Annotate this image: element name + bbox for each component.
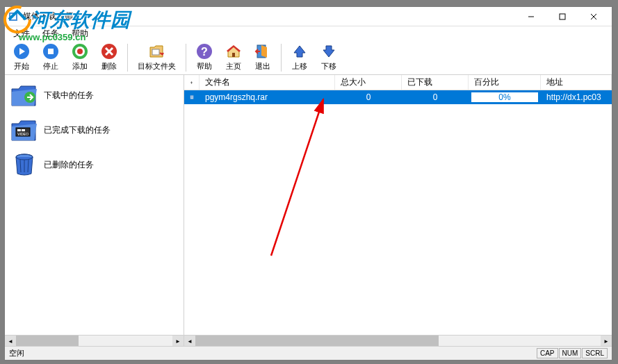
main-horizontal-scrollbar[interactable]: ◄ ►	[184, 335, 612, 346]
list-body: pgym4rgszhq.rar 0 0 0% http://dx1.pc03	[184, 90, 612, 335]
menu-task[interactable]: 任务	[37, 26, 65, 41]
window-title: 媒体下载大师	[23, 10, 515, 22]
content-area: 下载中的任务 VIDEO 已完成下载的任务 已删除的任务 ◄ ►	[5, 75, 612, 346]
minimize-button[interactable]	[515, 7, 546, 26]
sidebar-label: 已删除的任务	[44, 159, 94, 171]
exit-icon	[254, 43, 271, 60]
row-icon-cell	[184, 91, 200, 104]
svg-point-12	[77, 49, 83, 54]
delete-button[interactable]: 删除	[95, 42, 123, 73]
column-filename[interactable]: 文件名	[200, 75, 335, 90]
stop-icon	[42, 43, 59, 60]
start-button[interactable]: 开始	[8, 42, 35, 73]
arrow-up-icon	[291, 43, 308, 60]
add-icon	[72, 43, 88, 60]
sidebar-item-downloading[interactable]: 下载中的任务	[8, 78, 181, 113]
sidebar-item-completed[interactable]: VIDEO 已完成下载的任务	[8, 113, 181, 147]
pin-column[interactable]	[184, 75, 200, 90]
cell-address: http://dx1.pc03	[541, 91, 612, 104]
column-downloaded[interactable]: 已下载	[402, 75, 469, 90]
status-num: NUM	[559, 348, 582, 358]
stop-button[interactable]: 停止	[37, 42, 65, 73]
progress-bar: 0%	[471, 92, 539, 103]
target-folder-button[interactable]: 目标文件夹	[132, 42, 181, 73]
toolbar-separator	[186, 44, 186, 72]
help-button[interactable]: ? 帮助	[190, 42, 218, 73]
trash-icon	[10, 151, 38, 178]
maximize-button[interactable]	[546, 7, 578, 26]
svg-rect-31	[190, 95, 193, 99]
column-percent[interactable]: 百分比	[469, 75, 541, 90]
svg-rect-23	[17, 129, 21, 131]
statusbar: 空闲 CAP NUM SCRL	[5, 346, 612, 360]
scroll-thumb[interactable]	[16, 336, 79, 346]
play-icon	[13, 43, 30, 60]
home-button[interactable]: 主页	[220, 42, 247, 73]
status-scrl: SCRL	[582, 348, 608, 358]
column-address[interactable]: 地址	[541, 75, 612, 90]
toolbar: 开始 停止 添加 删除 目标文件夹 ? 帮助 主页 退出	[5, 40, 612, 75]
sidebar: 下载中的任务 VIDEO 已完成下载的任务 已删除的任务 ◄ ►	[5, 75, 184, 346]
help-icon: ?	[196, 43, 213, 60]
scroll-right-arrow[interactable]: ►	[172, 336, 184, 346]
exit-button[interactable]: 退出	[249, 42, 277, 73]
move-down-button[interactable]: 下移	[315, 42, 343, 73]
toolbar-separator	[281, 44, 282, 72]
cell-filename: pgym4rgszhq.rar	[200, 91, 335, 104]
menu-file[interactable]: 文件	[8, 26, 35, 41]
scroll-right-arrow[interactable]: ►	[601, 336, 612, 346]
move-up-button[interactable]: 上移	[286, 42, 314, 73]
sidebar-item-deleted[interactable]: 已删除的任务	[8, 147, 181, 182]
scroll-left-arrow[interactable]: ◄	[5, 336, 16, 346]
svg-rect-2	[10, 14, 16, 19]
delete-icon	[101, 43, 117, 60]
main-panel: 文件名 总大小 已下载 百分比 地址 pgym4rgszhq.rar 0 0 0…	[184, 75, 612, 346]
menu-help[interactable]: 帮助	[66, 26, 94, 41]
home-icon	[225, 43, 242, 60]
svg-rect-4	[560, 14, 565, 19]
close-button[interactable]	[578, 7, 609, 26]
svg-text:?: ?	[201, 46, 208, 58]
add-button[interactable]: 添加	[66, 42, 94, 73]
scroll-left-arrow[interactable]: ◄	[184, 336, 195, 346]
svg-rect-24	[22, 129, 25, 131]
list-header: 文件名 总大小 已下载 百分比 地址	[184, 75, 612, 90]
pin-icon	[190, 78, 193, 87]
downloading-folder-icon	[10, 82, 38, 108]
svg-rect-16	[152, 49, 159, 55]
sidebar-horizontal-scrollbar[interactable]: ◄ ►	[5, 335, 184, 346]
sidebar-label: 下载中的任务	[44, 90, 94, 101]
cell-downloaded: 0	[402, 91, 469, 104]
svg-text:VIDEO: VIDEO	[17, 132, 29, 136]
sidebar-label: 已完成下载的任务	[44, 124, 111, 136]
completed-folder-icon: VIDEO	[10, 117, 38, 143]
column-totalsize[interactable]: 总大小	[335, 75, 402, 90]
status-cap: CAP	[537, 348, 558, 358]
svg-rect-9	[48, 49, 54, 54]
arrow-down-icon	[320, 43, 337, 60]
cell-percent-wrapper: 0%	[469, 90, 541, 104]
app-window: 媒体下载大师 文件 任务 帮助 开始 停止 添加 删除	[4, 6, 612, 361]
file-icon	[190, 92, 194, 102]
toolbar-separator	[127, 44, 128, 72]
folder-icon	[149, 43, 165, 60]
table-row[interactable]: pgym4rgszhq.rar 0 0 0% http://dx1.pc03	[184, 90, 612, 104]
app-icon	[8, 11, 19, 22]
cell-totalsize: 0	[335, 91, 402, 104]
menubar: 文件 任务 帮助	[5, 26, 612, 40]
scroll-thumb[interactable]	[195, 336, 439, 346]
titlebar: 媒体下载大师	[5, 7, 612, 26]
status-text: 空闲	[9, 348, 536, 358]
svg-rect-19	[232, 53, 235, 57]
